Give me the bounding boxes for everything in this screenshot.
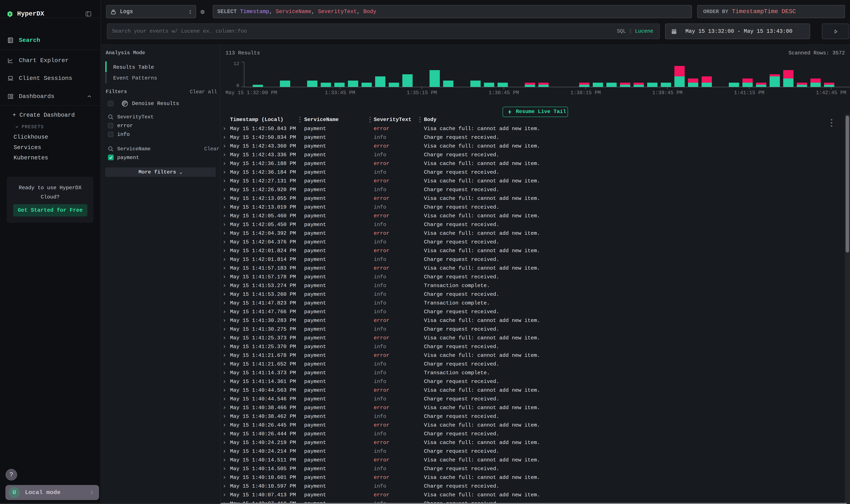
svg-text:12: 12 xyxy=(233,61,239,67)
svg-text:May 15 1:32:00 PM: May 15 1:32:00 PM xyxy=(225,90,277,96)
svg-text:1:41:15 PM: 1:41:15 PM xyxy=(734,90,764,96)
svg-text:1:36:45 PM: 1:36:45 PM xyxy=(489,90,519,96)
svg-text:1:38:15 PM: 1:38:15 PM xyxy=(571,90,601,96)
svg-text:0: 0 xyxy=(236,83,239,88)
svg-text:1:35:15 PM: 1:35:15 PM xyxy=(407,90,437,96)
svg-text:1:33:45 PM: 1:33:45 PM xyxy=(325,90,355,96)
svg-text:1:39:45 PM: 1:39:45 PM xyxy=(652,90,683,96)
svg-text:1:42:45 PM: 1:42:45 PM xyxy=(816,90,846,96)
